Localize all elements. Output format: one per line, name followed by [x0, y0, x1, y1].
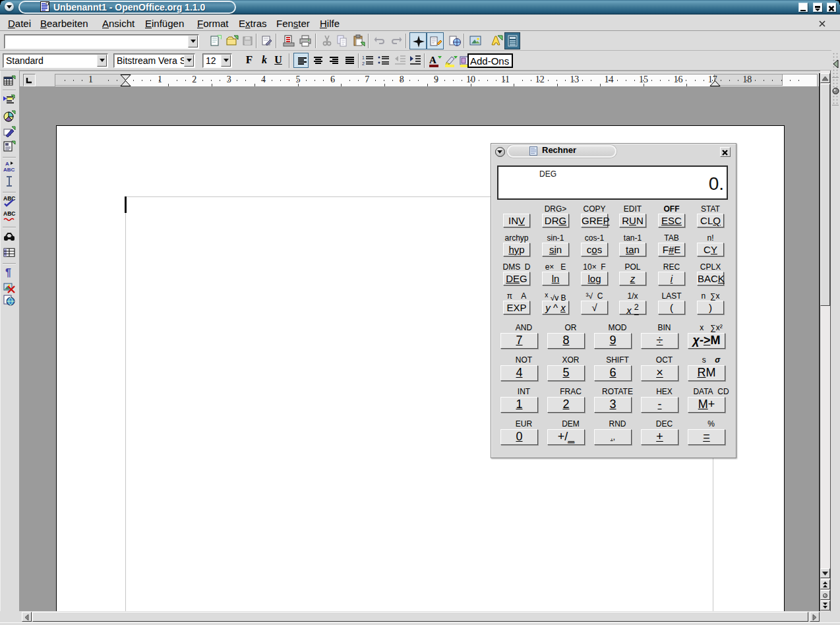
svg-text:2: 2	[362, 61, 365, 66]
svg-text:ABC: ABC	[3, 210, 15, 217]
svg-text:1: 1	[362, 55, 365, 60]
svg-text:A: A	[429, 55, 436, 65]
svg-text:ABC: ABC	[3, 167, 15, 173]
svg-text:¶: ¶	[5, 267, 11, 278]
svg-text:A: A	[5, 161, 9, 167]
svg-text:ABC: ABC	[3, 195, 15, 202]
